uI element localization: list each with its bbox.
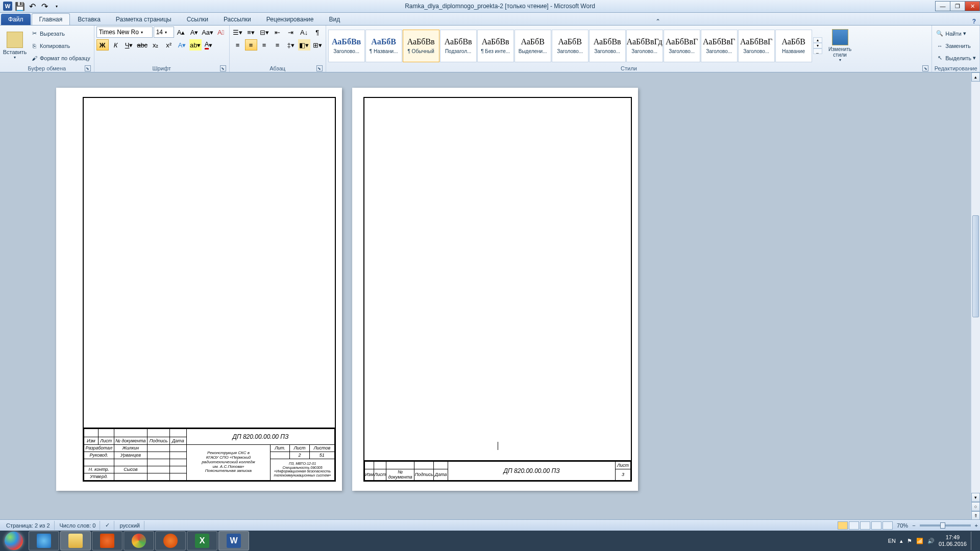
tray-network-icon[interactable]: 📶 bbox=[916, 538, 923, 544]
dialog-launcher[interactable]: ⬊ bbox=[316, 65, 323, 71]
align-left-button[interactable]: ≡ bbox=[232, 39, 244, 51]
page-2[interactable]: ДП 820.00.00.00 ПЗ Лист ИзмЛист№ докумен… bbox=[352, 88, 638, 491]
style-item[interactable]: АаБбВв¶ Обычный bbox=[403, 30, 439, 62]
find-button[interactable]: 🔍Найти▾ bbox=[934, 28, 977, 39]
qat-customize[interactable]: ▾ bbox=[51, 1, 62, 11]
text-effects-button[interactable]: A▾ bbox=[176, 39, 188, 51]
font-size-combo[interactable]: 14▾ bbox=[154, 27, 174, 38]
task-chrome[interactable] bbox=[124, 531, 154, 550]
tab-insert[interactable]: Вставка bbox=[70, 13, 108, 25]
borders-button[interactable]: ⊞▾ bbox=[311, 39, 324, 51]
browse-object-button[interactable]: ○ bbox=[971, 502, 980, 511]
tab-home[interactable]: Главная bbox=[32, 13, 70, 25]
align-center-button[interactable]: ≡ bbox=[245, 39, 257, 51]
task-word[interactable]: W bbox=[218, 531, 249, 550]
style-item[interactable]: АаБбВв¶ Без инте... bbox=[477, 30, 514, 62]
dialog-launcher[interactable]: ⬊ bbox=[922, 65, 928, 71]
task-explorer[interactable] bbox=[60, 531, 91, 550]
highlight-button[interactable]: ab▾ bbox=[189, 39, 202, 51]
style-item[interactable]: АаБбВвГЗаголово... bbox=[664, 30, 700, 62]
web-layout-view[interactable] bbox=[860, 521, 870, 530]
maximize-button[interactable]: ❐ bbox=[950, 1, 965, 11]
style-item[interactable]: АаБбВвГЗаголово... bbox=[738, 30, 775, 62]
grow-font-button[interactable]: A▴ bbox=[175, 27, 187, 38]
tab-mailings[interactable]: Рассылки bbox=[216, 13, 259, 25]
dialog-launcher[interactable]: ⬊ bbox=[220, 65, 226, 71]
bullets-button[interactable]: ☰▾ bbox=[232, 27, 244, 38]
replace-button[interactable]: ↔Заменить bbox=[934, 40, 977, 52]
shrink-font-button[interactable]: A▾ bbox=[188, 27, 201, 38]
zoom-level[interactable]: 70% bbox=[897, 522, 908, 529]
select-button[interactable]: ↖Выделить▾ bbox=[934, 53, 977, 64]
tray-show-hidden[interactable]: ▴ bbox=[900, 538, 903, 544]
task-media[interactable] bbox=[92, 531, 122, 550]
decrease-indent-button[interactable]: ⇤ bbox=[272, 27, 284, 38]
align-right-button[interactable]: ≡ bbox=[258, 39, 271, 51]
undo-button[interactable]: ↶ bbox=[27, 1, 38, 11]
tab-review[interactable]: Рецензирование bbox=[259, 13, 322, 25]
page-1[interactable]: ДП 820.00.00.00 ПЗ ИзмЛист№ документаПод… bbox=[56, 88, 342, 491]
style-item[interactable]: АаБбВЗаголово... bbox=[552, 30, 589, 62]
close-button[interactable]: ✕ bbox=[965, 1, 980, 11]
gallery-row-down[interactable]: ▾ bbox=[813, 43, 822, 48]
scroll-up-button[interactable]: ▴ bbox=[971, 72, 980, 82]
font-color-button[interactable]: A▾ bbox=[203, 39, 215, 51]
page-indicator[interactable]: Страница: 2 из 2 bbox=[2, 521, 55, 530]
cut-button[interactable]: ✂Вырезать bbox=[29, 28, 92, 39]
gallery-row-up[interactable]: ▴ bbox=[813, 37, 822, 43]
underline-button[interactable]: Ч▾ bbox=[123, 39, 135, 51]
tray-language[interactable]: EN bbox=[888, 538, 896, 544]
style-item[interactable]: АаБбВвЗаголово... bbox=[328, 30, 365, 62]
style-item[interactable]: АаБбВВыделени... bbox=[514, 30, 551, 62]
vertical-scrollbar[interactable]: ▴ ▾ ○ ⇑ ⇓ bbox=[971, 72, 980, 530]
style-item[interactable]: АаБбВвГдЗаголово... bbox=[626, 30, 663, 62]
style-item[interactable]: АаБбВвГЗаголово... bbox=[701, 30, 738, 62]
strikethrough-button[interactable]: abc bbox=[136, 39, 149, 51]
justify-button[interactable]: ≡ bbox=[272, 39, 284, 51]
increase-indent-button[interactable]: ⇥ bbox=[285, 27, 297, 38]
start-button[interactable] bbox=[0, 531, 28, 551]
clear-formatting-button[interactable]: A⃠ bbox=[215, 27, 227, 38]
tray-volume-icon[interactable]: 🔊 bbox=[927, 538, 935, 544]
show-marks-button[interactable]: ¶ bbox=[311, 27, 324, 38]
proofing-icon[interactable]: ✓ bbox=[101, 521, 114, 530]
minimize-button[interactable]: — bbox=[935, 1, 950, 11]
outline-view[interactable] bbox=[871, 521, 881, 530]
tray-flag-icon[interactable]: ⚑ bbox=[907, 538, 912, 544]
shading-button[interactable]: ◧▾ bbox=[298, 39, 310, 51]
line-spacing-button[interactable]: ‡▾ bbox=[285, 39, 297, 51]
sort-button[interactable]: A↓ bbox=[298, 27, 310, 38]
copy-button[interactable]: ⎘Копировать bbox=[29, 40, 92, 52]
style-item[interactable]: АаБбВНазвание bbox=[775, 30, 812, 62]
change-case-button[interactable]: Aa▾ bbox=[202, 27, 214, 38]
multilevel-list-button[interactable]: ⊟▾ bbox=[258, 27, 271, 38]
fullscreen-view[interactable] bbox=[849, 521, 859, 530]
tab-view[interactable]: Вид bbox=[321, 13, 348, 25]
superscript-button[interactable]: x² bbox=[163, 39, 175, 51]
dialog-launcher[interactable]: ⬊ bbox=[85, 65, 91, 71]
subscript-button[interactable]: x₂ bbox=[150, 39, 162, 51]
scroll-down-button[interactable]: ▾ bbox=[971, 493, 980, 502]
scroll-thumb[interactable] bbox=[972, 215, 979, 317]
language-indicator[interactable]: русский bbox=[115, 521, 144, 530]
draft-view[interactable] bbox=[883, 521, 893, 530]
paste-button[interactable]: Вставить▾ bbox=[2, 28, 28, 64]
font-name-combo[interactable]: Times New Ro▾ bbox=[96, 27, 153, 38]
tab-layout[interactable]: Разметка страницы bbox=[108, 13, 179, 25]
style-item[interactable]: АаБбВвЗаголово... bbox=[589, 30, 626, 62]
zoom-out-button[interactable]: − bbox=[912, 522, 915, 529]
task-excel[interactable]: X bbox=[187, 531, 217, 550]
word-count[interactable]: Число слов: 0 bbox=[56, 521, 101, 530]
style-item[interactable]: АаБбВвПодзагол... bbox=[440, 30, 477, 62]
show-desktop-button[interactable] bbox=[971, 532, 976, 550]
italic-button[interactable]: К bbox=[110, 39, 122, 51]
change-styles-button[interactable]: Изменить стили▾ bbox=[823, 28, 857, 64]
numbering-button[interactable]: ≡▾ bbox=[245, 27, 257, 38]
tab-references[interactable]: Ссылки bbox=[179, 13, 216, 25]
help-button[interactable]: ? bbox=[968, 18, 980, 25]
tray-clock[interactable]: 17:4901.06.2016 bbox=[939, 534, 967, 547]
word-icon[interactable]: W bbox=[2, 1, 13, 11]
format-painter-button[interactable]: 🖌Формат по образцу bbox=[29, 53, 92, 64]
document-area[interactable]: ДП 820.00.00.00 ПЗ ИзмЛист№ документаПод… bbox=[0, 72, 980, 530]
tab-file[interactable]: Файл bbox=[1, 14, 31, 25]
